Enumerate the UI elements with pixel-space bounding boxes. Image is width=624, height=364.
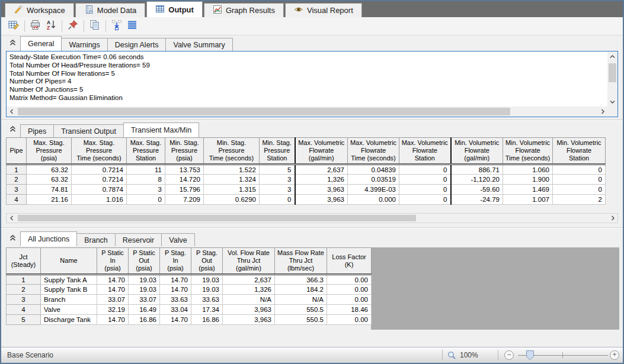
collapse-general-button[interactable] [6, 37, 19, 49]
output-control-button[interactable] [6, 18, 21, 34]
column-header[interactable]: Max. Volumetric Flowrate Time (seconds) [348, 138, 399, 165]
junction-table-body: 1Supply Tank A14.7019.0314.7019.032,6373… [7, 275, 372, 325]
vertical-scrollbar[interactable] [607, 51, 617, 107]
tab-branch[interactable]: Branch [76, 233, 116, 246]
scroll-up-icon[interactable] [607, 51, 617, 62]
table-cell: 19.03 [191, 285, 223, 295]
chevron-up-icon [9, 124, 17, 135]
junction-results-table[interactable]: Jct (Steady)NameP Static In (psia)P Stat… [6, 247, 372, 325]
pipe-results-table[interactable]: PipeMax. Stag. Pressure (psia)Max. Stag.… [6, 137, 606, 205]
tab-all-junctions[interactable]: All Junctions [20, 231, 77, 246]
tab-workspace[interactable]: Workspace [5, 3, 74, 17]
scrollbar-thumb[interactable] [18, 215, 416, 221]
scrollbar-corner [607, 107, 617, 117]
tab-transient-max-min[interactable]: Transient Max/Min [123, 123, 199, 137]
table-row[interactable]: 163.320.72141113.7531.52252,6370.0483908… [7, 165, 606, 175]
table-cell: 886.71 [451, 165, 503, 175]
column-header[interactable]: P Stag. Out (psia) [191, 248, 223, 275]
table-cell: 0.7874 [72, 185, 127, 195]
tab-design-alerts[interactable]: Design Alerts [107, 38, 167, 51]
column-header[interactable]: Min. Stag. Pressure Station [260, 138, 295, 165]
tab-transient-output[interactable]: Transient Output [53, 124, 124, 137]
table-cell: 0.00 [327, 275, 372, 285]
column-header[interactable]: Max. Volumetric Flowrate (gal/min) [295, 138, 348, 165]
table-cell: 0.00 [327, 315, 372, 325]
tab-valve-summary[interactable]: Valve Summary [165, 38, 232, 51]
column-header[interactable]: Max. Volumetric Flowrate Station [399, 138, 451, 165]
table-cell: 0.000 [348, 195, 399, 205]
junctions-tab-bar: All Junctions Branch Reservoir Valve [1, 231, 623, 246]
zoom-in-button[interactable]: + [610, 350, 619, 360]
column-header[interactable]: Vol. Flow Rate Thru Jct (gal/min) [223, 248, 275, 275]
scroll-right-icon[interactable] [597, 107, 607, 117]
column-header[interactable]: Min. Stag. Pressure Time (seconds) [204, 138, 260, 165]
pin-button[interactable] [65, 18, 81, 34]
scroll-right-icon[interactable] [607, 213, 617, 223]
table-cell: 1.324 [204, 175, 260, 185]
tab-visual-report[interactable]: Visual Report [285, 3, 362, 17]
pipe-horizontal-scrollbar[interactable] [6, 213, 618, 223]
print-button[interactable] [28, 18, 43, 34]
table-row[interactable]: 2Supply Tank B14.7019.0314.7019.031,3261… [7, 285, 372, 295]
table-row[interactable]: 263.320.7214814.7201.32431,3260.035190-1… [7, 175, 606, 185]
scroll-down-icon[interactable] [607, 96, 617, 107]
output-window: Workspace Model Data Output Graph Result… [0, 0, 624, 364]
general-tab-bar: General Warnings Design Alerts Valve Sum… [1, 36, 623, 51]
column-header[interactable]: Max. Stag. Pressure (psia) [27, 138, 72, 165]
table-cell: 14.70 [97, 285, 129, 295]
column-header[interactable]: Pipe [7, 138, 27, 165]
table-cell: 366.3 [275, 275, 327, 285]
table-row[interactable]: 5Discharge Tank14.7016.8614.7016.863,963… [7, 315, 372, 325]
table-row[interactable]: 1Supply Tank A14.7019.0314.7019.032,6373… [7, 275, 372, 285]
sort-button[interactable]: AZ [43, 18, 59, 34]
zoom-out-button[interactable]: − [504, 350, 514, 360]
splitter[interactable] [1, 120, 623, 121]
column-header[interactable]: Max. Stag. Pressure Time (seconds) [72, 138, 127, 165]
column-header[interactable]: Mass Flow Rate Thru Jct (lbm/sec) [275, 248, 327, 275]
table-cell: -1,120.20 [451, 175, 503, 185]
tab-label: Reservoir [123, 236, 155, 244]
column-header[interactable]: P Static Out (psia) [129, 248, 160, 275]
column-header[interactable]: Name [41, 248, 97, 275]
collapse-junctions-button[interactable] [6, 233, 19, 244]
show-tables-button[interactable] [124, 18, 140, 34]
tab-warnings[interactable]: Warnings [61, 38, 107, 51]
table-cell: 3,963 [295, 195, 348, 205]
tab-pipes[interactable]: Pipes [20, 124, 54, 137]
scroll-left-icon[interactable] [7, 107, 17, 117]
scroll-left-icon[interactable] [7, 213, 17, 223]
collapse-pipes-button[interactable] [6, 124, 19, 136]
column-header[interactable]: Min. Volumetric Flowrate Station [553, 138, 606, 165]
scrollbar-thumb[interactable] [609, 63, 616, 82]
table-cell: 16.86 [129, 315, 160, 325]
tab-reservoir[interactable]: Reservoir [115, 233, 162, 246]
tab-output[interactable]: Output [146, 1, 203, 17]
column-header[interactable]: Loss Factor (K) [327, 248, 372, 275]
table-cell: 0 [399, 175, 451, 185]
column-header[interactable]: P Static In (psia) [97, 248, 129, 275]
table-cell: 1.060 [503, 165, 553, 175]
copy-button[interactable] [87, 18, 103, 34]
general-results-pane[interactable]: Steady-State Execution Time= 0.06 second… [6, 51, 618, 117]
tab-model-data[interactable]: Model Data [75, 3, 145, 17]
column-header[interactable]: P Stag. In (psia) [160, 248, 191, 275]
scrollbar-thumb[interactable] [18, 108, 510, 115]
column-header[interactable]: Min. Volumetric Flowrate (gal/min) [451, 138, 503, 165]
horizontal-scrollbar[interactable] [7, 107, 607, 117]
column-header[interactable]: Jct (Steady) [7, 248, 41, 275]
table-row[interactable]: 421.161.01607.2090.629003,9630.0000-24.7… [7, 195, 606, 205]
table-row[interactable]: 4Valve32.1916.4933.0417.343,963550.518.4… [7, 305, 372, 315]
table-row[interactable]: 3Branch33.0733.0733.6333.63N/AN/A0.00 [7, 295, 372, 305]
tab-valve[interactable]: Valve [161, 233, 194, 246]
table-cell: 0.6290 [204, 195, 260, 205]
column-header[interactable]: Min. Stag. Pressure (psia) [165, 138, 204, 165]
tab-general[interactable]: General [20, 36, 62, 51]
zoom-slider-thumb[interactable] [526, 350, 534, 363]
transfer-results-button[interactable] [109, 18, 124, 34]
column-header[interactable]: Max. Stag. Pressure Station [127, 138, 165, 165]
table-row[interactable]: 374.810.7874315.7961.31533,9634.399E-030… [7, 185, 606, 195]
splitter[interactable] [1, 227, 623, 228]
tab-graph-results[interactable]: Graph Results [204, 3, 284, 17]
table-cell: 2 [553, 195, 606, 205]
column-header[interactable]: Min. Volumetric Flowrate Time (seconds) [503, 138, 553, 165]
